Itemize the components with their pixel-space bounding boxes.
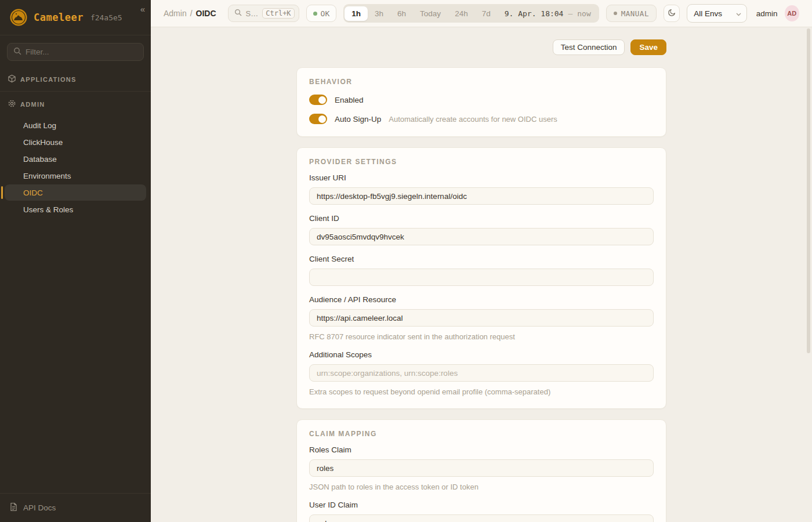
global-search-button[interactable]: S… Ctrl+K <box>228 5 299 22</box>
audience-label: Audience / API Resource <box>309 295 654 304</box>
breadcrumb-separator: / <box>190 9 193 18</box>
search-shortcut-kbd: Ctrl+K <box>262 8 294 19</box>
environment-select-value: All Envs <box>694 9 722 18</box>
auto-signup-toggle-row: Auto Sign-Up Automatically create accoun… <box>309 114 654 124</box>
gear-icon <box>8 99 16 109</box>
refresh-mode-badge[interactable]: MANUAL <box>606 5 657 22</box>
sidebar-item-users-roles[interactable]: Users & Roles <box>5 201 146 217</box>
time-range-control: 1h 3h 6h Today 24h 7d 9. Apr. 18:04 – no… <box>343 4 599 23</box>
test-connection-button[interactable]: Test Connection <box>553 39 625 55</box>
username-label: admin <box>756 9 778 18</box>
date-range-end: now <box>577 9 590 18</box>
cube-icon <box>8 74 16 84</box>
audience-input[interactable] <box>309 309 654 327</box>
toggle-hint: Automatically create accounts for new OI… <box>389 115 557 124</box>
provider-settings-card: PROVIDER SETTINGS Issuer URI Client ID C… <box>296 147 666 409</box>
time-range-7d[interactable]: 7d <box>475 6 498 21</box>
content-area: Test Connection Save BEHAVIOR Enabled Au… <box>151 27 812 522</box>
time-range-6h[interactable]: 6h <box>390 6 413 21</box>
search-icon <box>234 8 242 19</box>
sidebar-item-audit-log[interactable]: Audit Log <box>5 117 146 133</box>
cameleer-logo-icon <box>9 8 28 27</box>
roles-claim-hint: JSON path to roles in the access token o… <box>309 483 654 491</box>
filter-placeholder: Filter... <box>26 48 49 56</box>
issuer-uri-input[interactable] <box>309 187 654 205</box>
card-title: CLAIM MAPPING <box>309 430 654 438</box>
sidebar-section-admin[interactable]: ADMIN <box>0 92 151 116</box>
time-range-1h[interactable]: 1h <box>345 6 368 21</box>
time-range-today[interactable]: Today <box>413 6 448 21</box>
section-label: ADMIN <box>20 101 45 108</box>
section-label: APPLICATIONS <box>20 76 77 83</box>
additional-scopes-label: Additional Scopes <box>309 350 654 359</box>
auto-signup-toggle[interactable] <box>309 114 327 124</box>
sidebar-item-label: Environments <box>23 172 71 180</box>
user-avatar[interactable]: AD <box>785 5 799 21</box>
sidebar-item-clickhouse[interactable]: ClickHouse <box>5 134 146 150</box>
toggle-label: Enabled <box>335 96 364 104</box>
sidebar-filter-input[interactable]: Filter... <box>7 43 144 61</box>
environment-select[interactable]: All Envs <box>687 4 747 23</box>
sidebar-item-database[interactable]: Database <box>5 151 146 167</box>
document-icon <box>9 502 18 513</box>
sidebar-section-applications[interactable]: APPLICATIONS <box>0 67 151 91</box>
date-range-separator: – <box>568 9 572 18</box>
issuer-uri-label: Issuer URI <box>309 173 654 182</box>
time-range-3h[interactable]: 3h <box>368 6 390 21</box>
brand-build-hash: f24a5e5 <box>90 13 122 22</box>
breadcrumb-current: OIDC <box>196 9 216 18</box>
save-button[interactable]: Save <box>630 39 666 55</box>
toggle-label: Auto Sign-Up <box>335 115 381 124</box>
sidebar-item-label: Audit Log <box>23 121 56 130</box>
enabled-toggle[interactable] <box>309 95 327 105</box>
user-id-claim-label: User ID Claim <box>309 501 654 509</box>
client-id-label: Client ID <box>309 214 654 223</box>
client-secret-label: Client Secret <box>309 255 654 263</box>
search-placeholder: S… <box>246 9 259 18</box>
roles-claim-label: Roles Claim <box>309 445 654 454</box>
topbar: Admin / OIDC S… Ctrl+K OK 1h 3h 6h Today <box>151 0 812 27</box>
audience-hint: RFC 8707 resource indicator sent in the … <box>309 332 654 341</box>
date-range-start: 9. Apr. 18:04 <box>505 9 564 18</box>
date-range-display[interactable]: 9. Apr. 18:04 – now <box>498 9 598 18</box>
manual-mode-label: MANUAL <box>621 9 649 18</box>
time-range-24h[interactable]: 24h <box>448 6 475 21</box>
page-actions: Test Connection Save <box>296 39 666 55</box>
client-secret-input[interactable] <box>309 269 654 286</box>
additional-scopes-hint: Extra scopes to request beyond openid em… <box>309 387 654 396</box>
dark-mode-toggle-button[interactable] <box>664 5 680 22</box>
status-label: OK <box>321 9 330 18</box>
active-indicator-bar <box>1 186 3 199</box>
breadcrumb-parent[interactable]: Admin <box>164 9 187 18</box>
toggle-knob <box>318 115 326 123</box>
health-status-badge[interactable]: OK <box>306 5 337 22</box>
sidebar-item-label: ClickHouse <box>23 138 63 147</box>
sidebar-api-docs-link[interactable]: API Docs <box>0 493 151 522</box>
card-title: PROVIDER SETTINGS <box>309 158 654 166</box>
sidebar-item-label: Users & Roles <box>23 205 73 214</box>
client-id-input[interactable] <box>309 228 654 245</box>
sidebar-item-label: Database <box>23 155 57 164</box>
chevron-down-icon <box>736 8 741 19</box>
vertical-scrollbar[interactable] <box>807 28 810 353</box>
toggle-knob <box>318 96 326 104</box>
status-dot-green <box>313 12 317 16</box>
sidebar-item-environments[interactable]: Environments <box>5 168 146 184</box>
breadcrumb: Admin / OIDC <box>164 9 216 18</box>
roles-claim-input[interactable] <box>309 459 654 477</box>
sidebar-collapse-icon[interactable]: « <box>140 5 145 13</box>
api-docs-label: API Docs <box>23 503 56 512</box>
behavior-card: BEHAVIOR Enabled Auto Sign-Up Automatica… <box>296 67 666 137</box>
sidebar-item-label: OIDC <box>23 188 43 197</box>
moon-icon <box>668 8 676 19</box>
enabled-toggle-row: Enabled <box>309 95 654 105</box>
brand-name: Cameleer <box>34 12 84 23</box>
search-icon <box>13 47 21 57</box>
manual-mode-dot <box>614 12 617 15</box>
sidebar-item-oidc[interactable]: OIDC <box>5 184 146 201</box>
sidebar: Cameleer f24a5e5 « Filter... APPLICATION… <box>0 0 151 522</box>
additional-scopes-input[interactable] <box>309 364 654 382</box>
user-id-claim-input[interactable] <box>309 514 654 522</box>
claim-mapping-card: CLAIM MAPPING Roles Claim JSON path to r… <box>296 419 666 522</box>
card-title: BEHAVIOR <box>309 78 654 86</box>
